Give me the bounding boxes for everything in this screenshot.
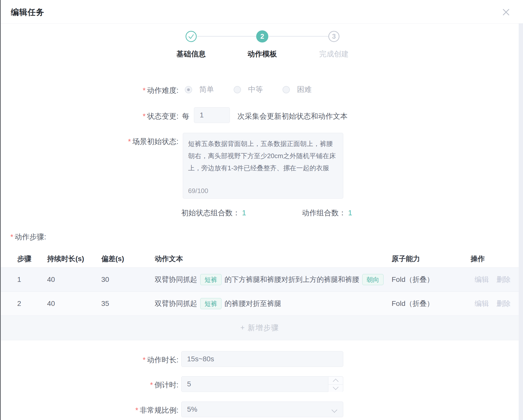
state-change-input[interactable]: 1 (194, 107, 230, 123)
chevron-down-icon (333, 384, 338, 390)
object-tag: 短裤 (200, 274, 222, 285)
decrease-button[interactable] (328, 385, 343, 392)
state-change-prefix: 每 (182, 111, 189, 121)
initial-state-textarea[interactable]: 短裤五条数据背面朝上，五条数据正面朝上，裤腰朝右，离头部视野下方至少20cm之外… (183, 133, 343, 199)
required-mark: * (143, 112, 146, 120)
cell-operations: 编辑删除 (471, 275, 511, 284)
action-duration-label: *动作时长: (0, 355, 178, 365)
table-row: 14030双臂协同抓起短裤的下方裤腿和裤腰对折到上方的裤腿和裤腰朝向Fold（折… (1, 268, 519, 292)
state-change-label: *状态变更: (0, 111, 178, 121)
table-row: 24035双臂协同抓起短裤的裤腰对折至裤腿Fold（折叠）编辑删除 (1, 292, 519, 316)
required-mark: * (10, 233, 13, 241)
radio-circle (283, 86, 290, 93)
cell-deviation: 30 (101, 276, 155, 284)
countdown-label: *倒计时: (0, 380, 178, 390)
initial-state-label: *场景初始状态: (0, 137, 178, 147)
header-operations: 操作 (471, 254, 511, 264)
step-1-label[interactable]: 基础信息 (161, 49, 222, 59)
radio-option-hard[interactable]: 困难 (283, 85, 312, 95)
chevron-down-icon (332, 407, 337, 413)
step-3-circle-pending: 3 (328, 31, 339, 42)
cell-duration: 40 (47, 300, 101, 308)
close-button[interactable] (500, 7, 512, 18)
header-step: 步骤 (17, 254, 47, 264)
step-3-label: 完成创建 (304, 49, 364, 59)
step-1-circle-done (186, 31, 197, 42)
check-icon (186, 32, 196, 41)
object-tag: 短裤 (200, 298, 222, 309)
difficulty-radio-group: 简单 中等 困难 (185, 85, 312, 95)
header-deviation: 偏差(s) (101, 254, 155, 264)
scrollbar-track[interactable] (519, 24, 523, 420)
edit-task-dialog: 编辑任务 2 3 基础信息 动作模板 完成创建 *动作难度: 简单 (0, 0, 523, 420)
state-change-suffix: 次采集会更新初始状态和动作文本 (237, 111, 348, 121)
initial-combo-count: 初始状态组合数：1 (181, 208, 246, 218)
table-header-row: 步骤 持续时长(s) 偏差(s) 动作文本 原子能力 操作 (1, 250, 519, 268)
header-ability: 原子能力 (392, 254, 471, 264)
action-steps-label: *动作步骤: (10, 232, 46, 242)
header-duration: 持续时长(s) (47, 254, 101, 264)
dialog-title: 编辑任务 (11, 7, 44, 18)
dialog-header: 编辑任务 (1, 0, 523, 24)
edit-link[interactable]: 编辑 (475, 299, 489, 308)
step-2-label[interactable]: 动作模板 (232, 49, 293, 59)
step-connector (269, 36, 328, 37)
initial-state-text: 短裤五条数据背面朝上，五条数据正面朝上，裤腰朝右，离头部视野下方至少20cm之外… (188, 138, 338, 174)
increase-button[interactable] (328, 377, 343, 385)
cell-action-text: 双臂协同抓起短裤的下方裤腿和裤腰对折到上方的裤腿和裤腰朝向 (155, 274, 392, 285)
radio-label: 简单 (199, 85, 214, 95)
direction-tag: 朝向 (362, 274, 384, 285)
add-step-band: + 新增步骤 (1, 316, 519, 340)
cell-deviation: 35 (101, 300, 155, 308)
unusual-ratio-select[interactable]: 5% (181, 402, 343, 417)
countdown-input[interactable]: 5 (181, 376, 343, 392)
required-mark: * (150, 381, 153, 389)
required-mark: * (143, 356, 146, 364)
radio-label: 困难 (297, 85, 312, 95)
close-icon (500, 7, 512, 18)
cell-duration: 40 (47, 276, 101, 284)
cell-ability: Fold（折叠） (392, 299, 471, 308)
delete-link[interactable]: 删除 (496, 299, 511, 308)
cell-step: 2 (17, 300, 47, 308)
step-connector (197, 36, 256, 37)
radio-circle-checked (185, 86, 192, 93)
difficulty-label: *动作难度: (0, 86, 178, 96)
action-combo-value: 1 (348, 209, 352, 217)
action-duration-input[interactable]: 15s~80s (181, 351, 343, 367)
add-step-button[interactable]: + 新增步骤 (240, 323, 279, 333)
cell-ability: Fold（折叠） (392, 275, 471, 284)
edit-link[interactable]: 编辑 (475, 275, 489, 284)
unusual-ratio-value: 5% (187, 405, 197, 413)
cell-step: 1 (17, 276, 47, 284)
countdown-value: 5 (187, 380, 191, 388)
radio-label: 中等 (248, 85, 263, 95)
chevron-up-icon (333, 379, 338, 384)
delete-link[interactable]: 删除 (496, 275, 511, 284)
char-counter: 69/100 (188, 187, 208, 195)
unusual-ratio-label: *非常规比例: (0, 405, 178, 415)
table-body: 14030双臂协同抓起短裤的下方裤腿和裤腰对折到上方的裤腿和裤腰朝向Fold（折… (1, 268, 519, 316)
header-action-text: 动作文本 (155, 254, 392, 264)
required-mark: * (128, 137, 131, 145)
radio-circle (234, 86, 241, 93)
step-2-circle-active: 2 (256, 30, 268, 43)
required-mark: * (143, 86, 146, 94)
number-stepper (328, 377, 343, 392)
action-steps-table: 步骤 持续时长(s) 偏差(s) 动作文本 原子能力 操作 14030双臂协同抓… (1, 250, 519, 340)
radio-option-medium[interactable]: 中等 (234, 85, 263, 95)
initial-combo-value: 1 (242, 209, 246, 217)
cell-operations: 编辑删除 (471, 299, 511, 308)
radio-option-easy[interactable]: 简单 (185, 85, 214, 95)
action-combo-count: 动作组合数：1 (302, 208, 352, 218)
cell-action-text: 双臂协同抓起短裤的裤腰对折至裤腿 (155, 298, 392, 309)
required-mark: * (135, 406, 138, 414)
